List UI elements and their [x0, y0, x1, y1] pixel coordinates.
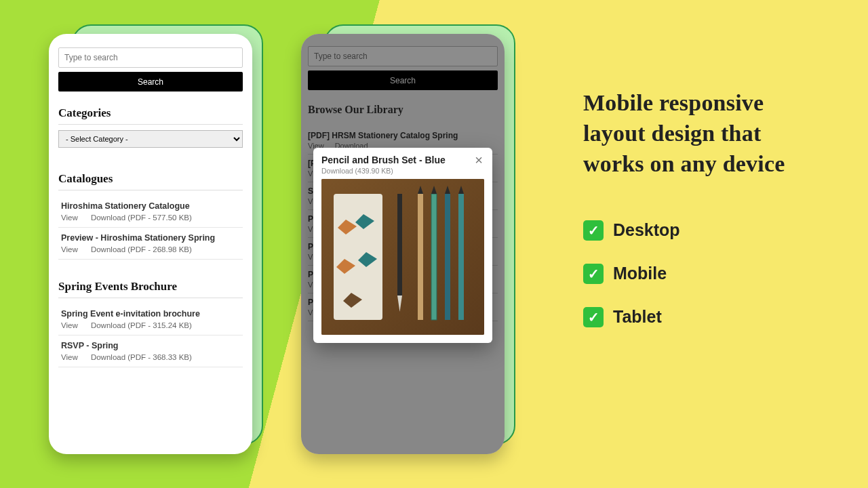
feature-label: Desktop [613, 220, 680, 240]
check-icon: ✓ [583, 264, 604, 284]
category-select[interactable]: - Select Category - [58, 130, 243, 148]
phone-mockup-2: Search Browse Our Library [PDF] HRSM Sta… [301, 34, 505, 454]
download-link[interactable]: Download (PDF - 577.50 KB) [91, 214, 192, 222]
doc-title: Spring Event e-invitation brochure [61, 309, 240, 319]
view-link[interactable]: View [61, 353, 78, 361]
marketing-copy: Mobile responsive layout design that wor… [583, 88, 827, 350]
doc-title: RSVP - Spring [61, 341, 240, 350]
headline: Mobile responsive layout design that wor… [583, 88, 827, 180]
svg-rect-11 [431, 194, 437, 320]
preview-modal: Pencil and Brush Set - Blue × Download (… [313, 148, 492, 343]
view-link[interactable]: View [61, 214, 78, 222]
feature-mobile: ✓ Mobile [583, 264, 827, 284]
list-item: Hiroshima Stationery Catalogue View Down… [58, 196, 243, 228]
list-item: Preview - Hiroshima Stationery Spring Vi… [58, 228, 243, 260]
search-input[interactable] [58, 47, 243, 68]
svg-rect-9 [418, 194, 423, 320]
list-item: RSVP - Spring View Download (PDF - 368.3… [58, 336, 243, 367]
feature-label: Tablet [613, 307, 662, 327]
modal-title: Pencil and Brush Set - Blue [321, 155, 446, 165]
phone-mockup-1: Search Categories - Select Category - Ca… [49, 34, 252, 454]
doc-title: Preview - Hiroshima Stationery Spring [61, 233, 240, 243]
modal-download-link[interactable]: Download (439.90 KB) [321, 167, 484, 175]
view-link[interactable]: View [61, 245, 78, 253]
svg-rect-7 [397, 194, 402, 296]
search-button[interactable]: Search [58, 72, 243, 92]
download-link[interactable]: Download (PDF - 268.98 KB) [91, 245, 192, 253]
marketing-stage: Search Categories - Select Category - Ca… [0, 0, 868, 488]
download-link[interactable]: Download (PDF - 315.24 KB) [91, 321, 192, 329]
close-icon[interactable]: × [473, 155, 484, 165]
feature-desktop: ✓ Desktop [583, 220, 827, 241]
catalogues-heading: Catalogues [58, 172, 243, 190]
download-link[interactable]: Download (PDF - 368.33 KB) [91, 353, 192, 361]
check-icon: ✓ [583, 307, 604, 327]
feature-tablet: ✓ Tablet [583, 307, 827, 327]
list-item: Spring Event e-invitation brochure View … [58, 304, 243, 336]
product-image [321, 179, 484, 335]
brochure-heading: Spring Events Brochure [58, 280, 243, 298]
doc-title: Hiroshima Stationery Catalogue [61, 201, 240, 211]
view-link[interactable]: View [61, 321, 78, 329]
svg-rect-14 [445, 194, 450, 320]
feature-label: Mobile [613, 264, 667, 283]
categories-heading: Categories [58, 106, 243, 125]
check-icon: ✓ [583, 220, 604, 241]
svg-rect-16 [458, 194, 464, 320]
